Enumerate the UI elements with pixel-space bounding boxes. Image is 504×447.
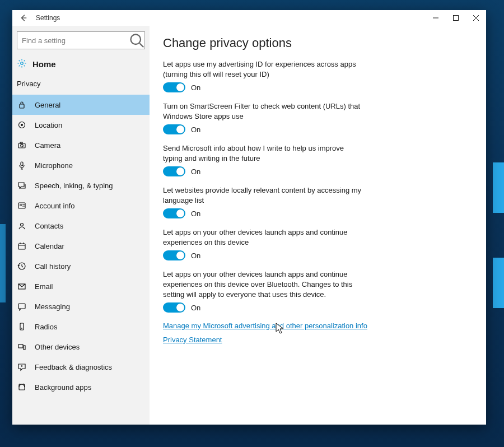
sidebar-item-label: Camera bbox=[35, 141, 60, 150]
search-input[interactable] bbox=[17, 36, 129, 45]
sidebar-item-radios[interactable]: Radios bbox=[12, 316, 150, 337]
toggle-state-label: On bbox=[191, 167, 200, 176]
toggle-switch[interactable] bbox=[163, 124, 185, 134]
sidebar-item-label: Other devices bbox=[35, 343, 80, 351]
sidebar-item-microphone[interactable]: Microphone bbox=[12, 155, 150, 175]
sidebar-item-feedback-diagnostics[interactable]: Feedback & diagnostics bbox=[12, 357, 150, 377]
toggle-state-label: On bbox=[191, 209, 200, 218]
target-icon bbox=[17, 120, 27, 129]
setting-item: Turn on SmartScreen Filter to check web … bbox=[163, 101, 365, 134]
close-button[interactable] bbox=[466, 10, 486, 26]
window-title: Settings bbox=[35, 14, 60, 22]
desktop-accent bbox=[0, 224, 6, 302]
settings-window: Settings bbox=[12, 10, 486, 425]
feedback-icon bbox=[17, 362, 27, 371]
speech-icon bbox=[17, 181, 27, 190]
setting-item: Send Microsoft info about how I write to… bbox=[163, 143, 365, 176]
radios-icon bbox=[17, 322, 27, 331]
sidebar-item-label: Radios bbox=[35, 323, 57, 331]
search-field[interactable] bbox=[17, 31, 145, 49]
manage-advertising-link[interactable]: Manage my Microsoft advertising and othe… bbox=[163, 322, 469, 330]
sidebar-item-camera[interactable]: Camera bbox=[12, 135, 150, 155]
sidebar-item-label: Location bbox=[35, 121, 62, 129]
setting-item: Let websites provide locally relevant co… bbox=[163, 185, 365, 218]
camera-icon bbox=[17, 141, 27, 150]
mic-icon bbox=[17, 161, 27, 170]
search-icon bbox=[129, 32, 144, 48]
sidebar-item-contacts[interactable]: Contacts bbox=[12, 216, 150, 236]
svg-rect-0 bbox=[454, 16, 459, 21]
titlebar: Settings bbox=[12, 10, 486, 26]
sidebar-item-label: Contacts bbox=[35, 222, 63, 230]
messaging-icon bbox=[17, 302, 27, 311]
back-button[interactable] bbox=[12, 10, 35, 26]
calendar-icon bbox=[17, 241, 27, 250]
setting-desc: Send Microsoft info about how I write to… bbox=[163, 143, 365, 163]
toggle-state-label: On bbox=[191, 125, 200, 134]
toggle-state-label: On bbox=[191, 304, 200, 312]
email-icon bbox=[17, 282, 27, 291]
category-label: Privacy bbox=[12, 74, 150, 91]
sidebar-item-speech-inking-typing[interactable]: Speech, inking, & typing bbox=[12, 175, 150, 195]
sidebar-item-general[interactable]: General bbox=[12, 95, 150, 115]
close-icon bbox=[473, 15, 479, 21]
gear-icon bbox=[17, 58, 27, 70]
lock-icon bbox=[17, 100, 27, 109]
toggle-state-label: On bbox=[191, 83, 200, 92]
sidebar-item-label: Messaging bbox=[35, 302, 70, 311]
sidebar-item-other-devices[interactable]: Other devices bbox=[12, 337, 150, 357]
page-title: Change privacy options bbox=[163, 36, 469, 50]
sidebar-item-label: Call history bbox=[35, 262, 71, 271]
setting-desc: Let apps on your other devices launch ap… bbox=[163, 269, 365, 299]
sidebar-item-label: General bbox=[35, 101, 60, 109]
toggle-switch[interactable] bbox=[163, 208, 185, 218]
sidebar-item-call-history[interactable]: Call history bbox=[12, 256, 150, 276]
sidebar-item-label: Calendar bbox=[35, 242, 64, 250]
sidebar-item-label: Microphone bbox=[35, 161, 73, 170]
setting-desc: Let apps use my advertising ID for exper… bbox=[163, 59, 365, 79]
contacts-icon bbox=[17, 221, 27, 230]
history-icon bbox=[17, 262, 27, 271]
toggle-switch[interactable] bbox=[163, 166, 185, 176]
home-button[interactable]: Home bbox=[12, 54, 150, 74]
desktop-accent bbox=[493, 258, 504, 308]
sidebar-item-label: Feedback & diagnostics bbox=[35, 363, 112, 371]
svg-point-1 bbox=[131, 35, 141, 45]
setting-desc: Let apps on your other devices launch ap… bbox=[163, 227, 365, 247]
minimize-button[interactable] bbox=[426, 10, 446, 26]
setting-desc: Turn on SmartScreen Filter to check web … bbox=[163, 101, 365, 121]
sidebar-item-label: Account info bbox=[35, 202, 75, 210]
privacy-statement-link[interactable]: Privacy Statement bbox=[163, 336, 469, 344]
toggle-switch[interactable] bbox=[163, 250, 185, 260]
sidebar-item-label: Email bbox=[35, 282, 53, 291]
sidebar-item-label: Speech, inking, & typing bbox=[35, 181, 113, 190]
desktop-accent bbox=[493, 162, 504, 213]
bgapps-icon bbox=[17, 383, 27, 392]
toggle-switch[interactable] bbox=[163, 302, 185, 313]
sidebar: Home Privacy GeneralLocationCameraMicrop… bbox=[12, 26, 150, 425]
nav-list: GeneralLocationCameraMicrophoneSpeech, i… bbox=[12, 95, 150, 397]
sidebar-item-background-apps[interactable]: Background apps bbox=[12, 377, 150, 397]
setting-item: Let apps on your other devices launch ap… bbox=[163, 227, 365, 260]
sidebar-item-calendar[interactable]: Calendar bbox=[12, 236, 150, 256]
sidebar-item-location[interactable]: Location bbox=[12, 115, 150, 135]
sidebar-item-email[interactable]: Email bbox=[12, 276, 150, 296]
sidebar-item-messaging[interactable]: Messaging bbox=[12, 296, 150, 316]
setting-item: Let apps on your other devices launch ap… bbox=[163, 269, 365, 313]
svg-point-2 bbox=[21, 62, 24, 64]
minimize-icon bbox=[433, 15, 438, 21]
back-arrow-icon bbox=[20, 14, 27, 22]
home-label: Home bbox=[32, 59, 56, 69]
toggle-switch[interactable] bbox=[163, 82, 185, 92]
account-icon bbox=[17, 201, 27, 210]
sidebar-item-label: Background apps bbox=[35, 383, 91, 392]
devices-icon bbox=[17, 342, 27, 351]
toggle-state-label: On bbox=[191, 252, 200, 260]
sidebar-item-account-info[interactable]: Account info bbox=[12, 195, 150, 216]
maximize-button[interactable] bbox=[446, 10, 466, 26]
maximize-icon bbox=[453, 15, 459, 21]
setting-desc: Let websites provide locally relevant co… bbox=[163, 185, 365, 205]
content-pane: Change privacy options Let apps use my a… bbox=[150, 26, 486, 425]
setting-item: Let apps use my advertising ID for exper… bbox=[163, 59, 365, 92]
